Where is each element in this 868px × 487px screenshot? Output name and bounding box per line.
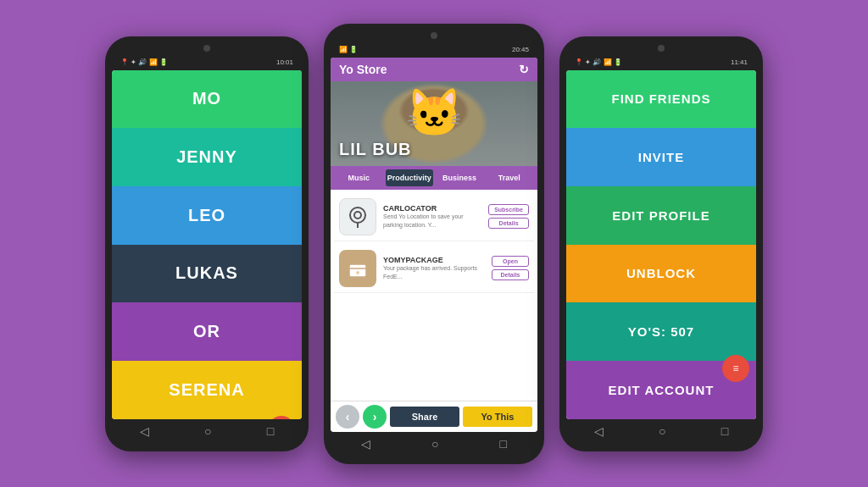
yomypackage-name: YOMYPACKAGE bbox=[383, 256, 485, 264]
svg-rect-3 bbox=[349, 264, 366, 277]
fab-menu-button-3[interactable]: ≡ bbox=[722, 355, 749, 382]
tab-travel[interactable]: Travel bbox=[486, 169, 532, 186]
phone-1: 📍 ✦ 🔊 📶 🔋 10:01 MO JENNY LEO LUKAS OR SE… bbox=[105, 36, 309, 451]
phone2-screen: Yo Store ↻ LIL BUB Music Productivity Bu… bbox=[331, 58, 537, 432]
menu-edit-profile[interactable]: EDIT PROFILE bbox=[566, 186, 756, 245]
home-icon-2[interactable]: ○ bbox=[431, 437, 438, 451]
back-icon[interactable]: ◁ bbox=[140, 424, 149, 438]
nav-next-button[interactable]: › bbox=[363, 405, 387, 429]
menu-find-friends[interactable]: FIND FRIENDS bbox=[566, 70, 756, 129]
category-tabs: Music Productivity Business Travel bbox=[331, 166, 537, 190]
refresh-icon[interactable]: ↻ bbox=[519, 63, 529, 76]
yothis-button[interactable]: Yo This bbox=[463, 407, 532, 427]
yomypackage-icon bbox=[339, 250, 376, 287]
phone3-nav-bar: ◁ ○ □ bbox=[566, 419, 756, 443]
app-yomypackage: YOMYPACKAGE Your package has arrived. Su… bbox=[334, 245, 534, 293]
svg-point-0 bbox=[350, 208, 365, 223]
menu-yos-count[interactable]: YO'S: 507 bbox=[566, 302, 756, 361]
yomypackage-open-btn[interactable]: Open bbox=[492, 256, 529, 267]
phone2-top-bar: 📶 🔋 20:45 bbox=[331, 42, 537, 58]
camera-1 bbox=[203, 45, 210, 52]
tab-business[interactable]: Business bbox=[437, 169, 483, 186]
carlocator-name: CARLOCATOR bbox=[383, 204, 481, 213]
phone3-screen: FIND FRIENDS INVITE EDIT PROFILE UNBLOCK… bbox=[566, 70, 756, 419]
contact-mo[interactable]: MO bbox=[112, 70, 302, 129]
carlocator-info: CARLOCATOR Send Yo Location to save your… bbox=[383, 204, 481, 228]
svg-point-1 bbox=[354, 212, 361, 219]
camera-2 bbox=[431, 32, 437, 39]
app-list: CARLOCATOR Send Yo Location to save your… bbox=[331, 190, 537, 401]
svg-point-6 bbox=[356, 271, 359, 274]
yomypackage-info: YOMYPACKAGE Your package has arrived. Su… bbox=[383, 256, 485, 279]
contacts-list: MO JENNY LEO LUKAS OR SERENA Y bbox=[112, 70, 302, 419]
store-view: Yo Store ↻ LIL BUB Music Productivity Bu… bbox=[331, 58, 537, 432]
store-title: Yo Store bbox=[339, 63, 387, 76]
recents-icon-3[interactable]: □ bbox=[721, 424, 728, 438]
back-icon-2[interactable]: ◁ bbox=[361, 437, 370, 451]
carlocator-icon bbox=[339, 198, 376, 235]
menu-unblock[interactable]: UNBLOCK bbox=[566, 245, 756, 303]
carlocator-subscribe-btn[interactable]: Subscribe bbox=[488, 204, 529, 215]
menu-invite[interactable]: INVITE bbox=[566, 128, 756, 186]
contact-jenny[interactable]: JENNY bbox=[112, 128, 302, 186]
phone1-top-bar: 📍 ✦ 🔊 📶 🔋 10:01 bbox=[112, 55, 302, 70]
store-bottom-bar: ‹ › Share Yo This bbox=[331, 401, 537, 432]
phone1-screen: MO JENNY LEO LUKAS OR SERENA Y bbox=[112, 70, 302, 419]
recents-icon-2[interactable]: □ bbox=[500, 437, 507, 451]
tab-music[interactable]: Music bbox=[336, 169, 382, 186]
back-icon-3[interactable]: ◁ bbox=[594, 424, 604, 438]
phone1-time: 10:01 bbox=[276, 58, 293, 66]
banner-title: LIL BUB bbox=[339, 140, 412, 159]
nav-prev-button[interactable]: ‹ bbox=[336, 405, 359, 429]
recents-icon[interactable]: □ bbox=[267, 424, 274, 438]
carlocator-buttons: Subscribe Details bbox=[488, 204, 529, 229]
yomypackage-details-btn[interactable]: Details bbox=[492, 269, 529, 280]
phone1-icons-left: 📍 ✦ 🔊 📶 🔋 bbox=[120, 58, 168, 66]
contact-serena[interactable]: SERENA bbox=[112, 361, 302, 419]
app-carlocator: CARLOCATOR Send Yo Location to save your… bbox=[334, 193, 534, 241]
camera-3 bbox=[658, 45, 665, 52]
contact-lukas[interactable]: LUKAS bbox=[112, 245, 302, 303]
share-button[interactable]: Share bbox=[390, 407, 459, 427]
yomypackage-buttons: Open Details bbox=[492, 256, 529, 280]
carlocator-desc: Send Yo Location to save your parking lo… bbox=[383, 213, 481, 228]
store-banner: LIL BUB bbox=[331, 81, 537, 166]
phone2-time: 20:45 bbox=[512, 46, 529, 53]
phone-2: 📶 🔋 20:45 Yo Store ↻ LIL BUB Music Produ… bbox=[324, 24, 544, 464]
phone2-nav-bar: ◁ ○ □ bbox=[331, 432, 537, 456]
contact-leo[interactable]: LEO bbox=[112, 186, 302, 245]
phone3-time: 11:41 bbox=[731, 58, 748, 66]
yomypackage-desc: Your package has arrived. Supports FedE.… bbox=[383, 264, 485, 279]
home-icon-3[interactable]: ○ bbox=[659, 424, 665, 438]
phone3-icons-left: 📍 ✦ 🔊 📶 🔋 bbox=[575, 58, 622, 66]
phone2-icons-left: 📶 🔋 bbox=[339, 46, 358, 53]
phone1-nav-bar: ◁ ○ □ bbox=[112, 419, 302, 443]
phone3-top-bar: 📍 ✦ 🔊 📶 🔋 11:41 bbox=[566, 55, 756, 70]
carlocator-details-btn[interactable]: Details bbox=[488, 218, 529, 229]
tab-productivity[interactable]: Productivity bbox=[386, 169, 433, 186]
store-header: Yo Store ↻ bbox=[331, 58, 537, 81]
home-icon[interactable]: ○ bbox=[204, 424, 211, 438]
phone-3: 📍 ✦ 🔊 📶 🔋 11:41 FIND FRIENDS INVITE EDIT… bbox=[559, 36, 763, 451]
contact-or[interactable]: OR bbox=[112, 302, 302, 361]
